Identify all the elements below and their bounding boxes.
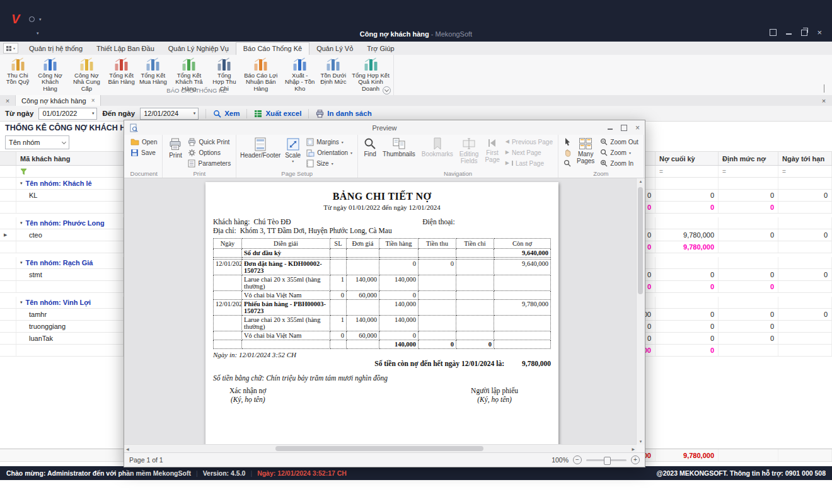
ribbon-item[interactable]: Tổng Kết Mua Hàng [137,55,169,87]
row-selector-cell[interactable] [0,241,16,253]
dinh-muc-no-cell[interactable] [719,178,778,189]
scrollbar-thumb[interactable] [638,187,643,294]
from-date-input[interactable]: 01/01/2022▾ [38,108,97,120]
code-cell[interactable]: ▾luanTak [16,333,124,344]
dinh-muc-no-cell[interactable]: 0 [719,321,778,332]
zoom-in-button[interactable]: Zoom In [598,158,640,168]
code-cell[interactable]: ▾Tên nhóm: Khách lẻ [16,178,124,189]
filter-cell-no-cuoi-ky[interactable]: = [656,166,719,177]
ngay-toi-han-cell[interactable] [778,333,832,344]
scrollbar-thumb[interactable] [275,446,483,451]
horizontal-scrollbar[interactable]: ◀ ▶ [124,444,637,453]
dinh-muc-no-cell[interactable] [719,257,778,268]
ngay-toi-han-cell[interactable] [778,345,832,356]
code-cell[interactable]: ▾ [16,345,124,356]
hand-tool-button[interactable] [562,147,573,158]
ngay-toi-han-cell[interactable] [778,297,832,308]
row-selector-cell[interactable] [0,217,16,229]
dialog-close-button[interactable]: × [635,123,640,132]
dinh-muc-no-cell[interactable] [719,297,778,308]
dinh-muc-no-cell[interactable]: 0 [719,333,778,344]
no-cuoi-ky-cell[interactable]: 0 [656,202,719,213]
editing-fields-button[interactable]: Editing Fields [457,137,482,165]
preview-document-area[interactable]: BẢNG CHI TIẾT NỢ Từ ngày 01/01/2022 đến … [124,178,637,445]
dinh-muc-no-cell[interactable]: 0 [719,281,778,292]
ngay-toi-han-cell[interactable] [778,202,832,213]
chevron-down-icon[interactable]: ▾ [92,111,95,116]
row-selector-cell[interactable] [0,190,16,201]
code-cell[interactable]: ▾Tên nhóm: Rạch Giá [16,257,124,268]
row-selector-cell[interactable] [0,321,16,332]
code-cell[interactable]: ▾ [16,281,124,292]
scale-button[interactable]: Scale ▾ [282,137,303,164]
margins-button[interactable]: Margins▾ [304,137,354,147]
row-selector-cell[interactable] [0,345,16,356]
thumbnails-button[interactable]: Thumbnails [380,137,418,158]
ngay-toi-han-cell[interactable] [778,178,832,189]
mouse-pointer-button[interactable] [562,137,573,147]
no-cuoi-ky-cell[interactable] [656,297,719,308]
column-header-no-cuoi-ky[interactable]: Nợ cuối kỳ [656,152,719,165]
open-button[interactable]: Open [129,137,159,147]
restore-button[interactable] [801,30,807,36]
ribbon-tab[interactable]: Thiết Lập Ban Đầu [90,43,161,55]
magnifier-tool-button[interactable] [562,158,573,168]
code-cell[interactable]: ▾cteo [16,229,124,241]
find-button[interactable]: Find [361,137,379,158]
orientation-button[interactable]: Orientation▾ [304,147,354,158]
no-cuoi-ky-cell[interactable]: 9,780,000 [656,241,719,253]
to-date-input[interactable]: 12/01/2024▾ [140,108,199,120]
ngay-toi-han-cell[interactable] [778,241,832,253]
no-cuoi-ky-cell[interactable]: 0 [656,281,719,292]
group-by-combo[interactable]: Tên nhóm [5,135,69,149]
row-selector-cell[interactable] [0,178,16,189]
ribbon-tab[interactable]: Quản Lý Vỏ [309,43,360,55]
row-selector-cell[interactable] [0,257,16,268]
no-cuoi-ky-cell[interactable]: 0 [656,309,719,320]
row-selector-cell[interactable] [0,309,16,320]
ribbon-tab[interactable]: Báo Cáo Thống Kê [236,42,309,55]
ribbon-tab[interactable]: Quản trị hệ thống [22,43,90,55]
next-page-button[interactable]: ▶Next Page [504,147,555,158]
no-cuoi-ky-cell[interactable]: 0 [656,269,719,280]
previous-page-button[interactable]: ◀Previous Page [504,137,555,147]
fullscreen-button[interactable] [770,29,777,36]
app-menu-button[interactable]: ▾ [3,43,18,54]
no-cuoi-ky-cell[interactable]: 0 [656,345,719,356]
no-cuoi-ky-cell[interactable] [656,178,719,189]
no-cuoi-ky-cell[interactable]: 0 [656,321,719,332]
ngay-toi-han-cell[interactable] [778,281,832,292]
row-selector-cell[interactable] [0,281,16,292]
view-button[interactable]: Xem [213,110,240,118]
no-cuoi-ky-cell[interactable] [656,217,719,229]
code-cell[interactable]: ▾Tên nhóm: Vinh Lợi [16,297,124,308]
ngay-toi-han-cell[interactable]: 0 [778,309,832,320]
ribbon-item[interactable]: Tồn Dưới Định Mức [318,55,349,87]
parameters-button[interactable]: Parameters [186,158,233,168]
ngay-toi-han-cell[interactable] [778,217,832,229]
close-button[interactable]: × [817,30,822,36]
column-header-ngay-toi-han[interactable]: Ngày tới hạn [778,152,832,165]
ngay-toi-han-cell[interactable]: 0 [778,269,832,280]
row-selector-cell[interactable] [0,297,16,308]
ribbon-tab[interactable]: Trợ Giúp [360,43,401,55]
ribbon-tab[interactable]: Quản Lý Nghiệp Vụ [161,43,236,55]
print-button[interactable]: Print [166,137,185,159]
column-header-dinh-muc-no[interactable]: Định mức nợ [719,152,778,165]
filter-row-selector[interactable] [0,166,16,177]
header-footer-button[interactable]: Header/Footer [240,137,281,159]
no-cuoi-ky-cell[interactable]: 0 [656,190,719,201]
quick-access-toolbar[interactable]: ▾ [29,16,42,22]
tabbar-close-button[interactable]: × [816,95,832,106]
export-excel-button[interactable]: Xuất excel [254,110,301,118]
dinh-muc-no-cell[interactable] [719,241,778,253]
code-cell[interactable]: ▾Tên nhóm: Phước Long [16,217,124,229]
save-button[interactable]: Save [129,147,159,158]
collapse-icon[interactable]: ▾ [20,300,23,305]
bookmarks-button[interactable]: Bookmarks [419,137,456,158]
no-cuoi-ky-cell[interactable]: 9,780,000 [656,229,719,241]
vertical-scrollbar[interactable]: ▲ ▼ [636,178,645,445]
zoom-slider-thumb[interactable] [604,457,611,465]
dinh-muc-no-cell[interactable]: 0 [719,269,778,280]
ngay-toi-han-cell[interactable]: 0 [778,190,832,201]
